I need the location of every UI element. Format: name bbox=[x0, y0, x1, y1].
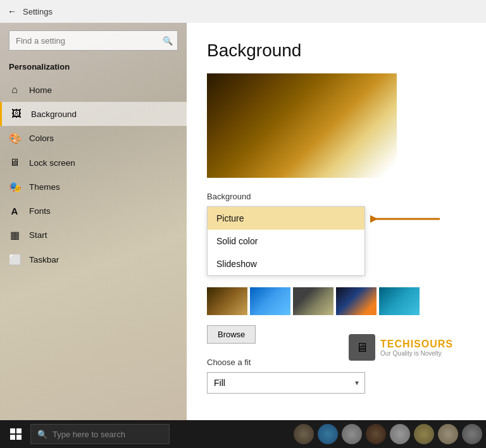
arrow-annotation bbox=[370, 213, 452, 225]
taskbar-search-icon: 🔍 bbox=[37, 430, 47, 439]
thumbnail-5[interactable] bbox=[379, 287, 420, 315]
arrow-svg bbox=[370, 213, 452, 225]
sidebar-item-label-home: Home bbox=[29, 85, 52, 95]
taskbar-app-7[interactable] bbox=[438, 424, 458, 444]
page-title: Background bbox=[207, 40, 466, 61]
taskbar-app-5[interactable] bbox=[390, 424, 410, 444]
sidebar: 🔍 Personalization ⌂ Home 🖼 Background 🎨 … bbox=[0, 23, 187, 420]
watermark-icon: 🖥 bbox=[349, 334, 375, 361]
taskbar-app-4[interactable] bbox=[366, 424, 386, 444]
start-icon: ▦ bbox=[9, 229, 20, 241]
watermark-tagline: Our Quality is Novelty bbox=[380, 350, 453, 357]
search-icon: 🔍 bbox=[163, 36, 173, 46]
thumbnails-row bbox=[207, 287, 466, 315]
main-container: 🔍 Personalization ⌂ Home 🖼 Background 🎨 … bbox=[0, 23, 486, 420]
taskbar-search[interactable]: 🔍 Type here to search bbox=[30, 424, 170, 444]
taskbar-icon: ⬜ bbox=[9, 254, 20, 266]
dropdown-menu: Picture Solid color Slideshow bbox=[207, 206, 365, 276]
sidebar-item-fonts[interactable]: A Fonts bbox=[0, 199, 187, 223]
sidebar-item-lockscreen[interactable]: 🖥 Lock screen bbox=[0, 151, 187, 175]
dropdown-option-slideshow[interactable]: Slideshow bbox=[208, 252, 364, 275]
background-preview bbox=[207, 73, 397, 178]
watermark-brand: TECHISOURS bbox=[380, 339, 453, 350]
taskbar-app-3[interactable] bbox=[342, 424, 362, 444]
svg-rect-4 bbox=[10, 435, 15, 440]
colors-icon: 🎨 bbox=[9, 132, 20, 144]
browse-button[interactable]: Browse bbox=[207, 325, 256, 344]
fit-select[interactable]: FillFitStretchTileCenterSpan bbox=[207, 372, 365, 394]
content-wrapper: Background Background Picture Solid colo… bbox=[207, 40, 466, 394]
dropdown-option-solidcolor[interactable]: Solid color bbox=[208, 230, 364, 252]
start-button[interactable] bbox=[4, 422, 28, 446]
back-button[interactable]: ← bbox=[8, 6, 16, 16]
sidebar-item-themes[interactable]: 🎭 Themes bbox=[0, 175, 187, 199]
fonts-icon: A bbox=[9, 206, 20, 216]
svg-rect-3 bbox=[16, 428, 22, 433]
sidebar-item-label-fonts: Fonts bbox=[29, 206, 51, 216]
sidebar-section-title: Personalization bbox=[0, 58, 187, 78]
background-type-dropdown[interactable]: Picture Solid color Slideshow bbox=[207, 206, 365, 276]
lockscreen-icon: 🖥 bbox=[9, 157, 20, 168]
svg-rect-2 bbox=[10, 428, 15, 433]
fit-select-container[interactable]: FillFitStretchTileCenterSpan ▾ bbox=[207, 372, 365, 394]
taskbar-app-6[interactable] bbox=[414, 424, 434, 444]
sidebar-item-label-themes: Themes bbox=[29, 182, 60, 192]
taskbar-icons bbox=[172, 424, 482, 444]
sidebar-item-label-start: Start bbox=[29, 230, 47, 240]
title-bar-title: Settings bbox=[23, 7, 53, 16]
taskbar-search-text: Type here to search bbox=[53, 430, 125, 439]
sidebar-item-label-background: Background bbox=[31, 109, 77, 119]
sidebar-item-start[interactable]: ▦ Start bbox=[0, 223, 187, 247]
sidebar-item-colors[interactable]: 🎨 Colors bbox=[0, 126, 187, 151]
watermark: 🖥 TECHISOURS Our Quality is Novelty bbox=[349, 334, 453, 361]
windows-logo-icon bbox=[10, 428, 22, 440]
sidebar-item-label-lockscreen: Lock screen bbox=[29, 158, 75, 168]
taskbar-app-8[interactable] bbox=[462, 424, 482, 444]
sidebar-item-label-taskbar: Taskbar bbox=[29, 255, 59, 264]
thumbnail-2[interactable] bbox=[250, 287, 290, 315]
search-input[interactable] bbox=[9, 30, 178, 51]
watermark-text: TECHISOURS Our Quality is Novelty bbox=[380, 339, 453, 357]
title-bar: ← Settings bbox=[0, 0, 486, 23]
home-icon: ⌂ bbox=[9, 84, 20, 96]
dropdown-wrapper: Picture Solid color Slideshow bbox=[207, 206, 365, 287]
content-area: Background Background Picture Solid colo… bbox=[187, 23, 486, 420]
themes-icon: 🎭 bbox=[9, 181, 20, 193]
taskbar: 🔍 Type here to search bbox=[0, 420, 486, 448]
sidebar-item-taskbar[interactable]: ⬜ Taskbar bbox=[0, 247, 187, 272]
thumbnail-1[interactable] bbox=[207, 287, 247, 315]
sidebar-item-home[interactable]: ⌂ Home bbox=[0, 78, 187, 102]
background-icon: 🖼 bbox=[11, 108, 22, 120]
taskbar-app-1[interactable] bbox=[294, 424, 314, 444]
background-section-label: Background bbox=[207, 192, 466, 201]
sidebar-item-background[interactable]: 🖼 Background bbox=[0, 102, 187, 126]
search-box[interactable]: 🔍 bbox=[9, 30, 178, 51]
thumbnail-4[interactable] bbox=[336, 287, 377, 315]
sidebar-item-label-colors: Colors bbox=[29, 134, 54, 143]
thumbnail-3[interactable] bbox=[293, 287, 333, 315]
svg-marker-1 bbox=[370, 215, 378, 223]
dropdown-option-picture[interactable]: Picture bbox=[208, 207, 364, 230]
svg-rect-5 bbox=[16, 435, 22, 440]
taskbar-app-2[interactable] bbox=[318, 424, 338, 444]
